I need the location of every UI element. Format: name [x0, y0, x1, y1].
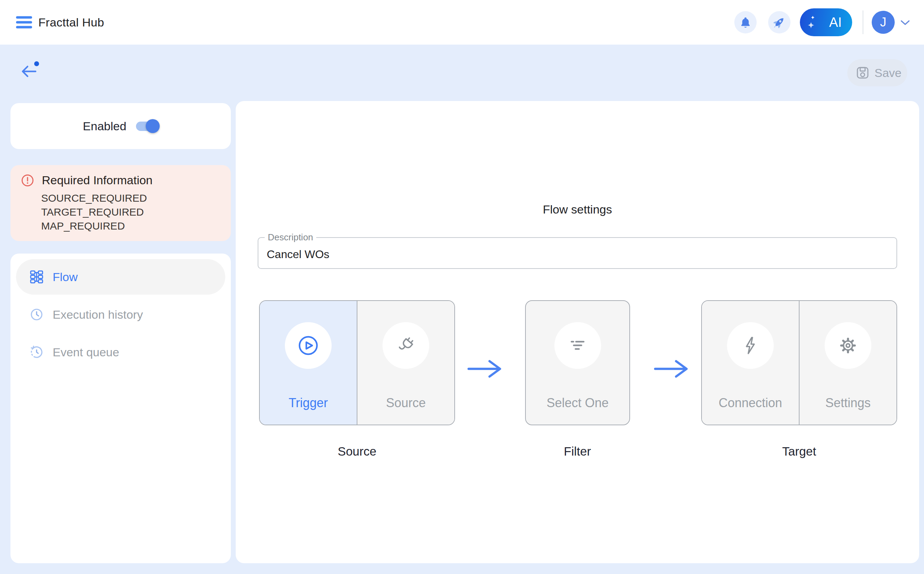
fracttal-hub-page: Fracttal Hub AI [0, 0, 924, 574]
sidebar-item-flow[interactable]: Flow [16, 259, 225, 295]
settings-option-label: Settings [799, 396, 896, 410]
enabled-card: Enabled [11, 103, 231, 149]
ai-button-label: AI [829, 15, 842, 30]
source-option[interactable]: Source [357, 301, 454, 424]
save-button[interactable]: Save [847, 59, 907, 87]
lightning-icon [740, 336, 760, 355]
page-title: Flow settings [236, 203, 919, 216]
sidebar-item-execution-history[interactable]: Execution history [16, 297, 225, 332]
trigger-option[interactable]: Trigger [260, 301, 357, 424]
sparkles-icon [807, 14, 816, 30]
bell-icon [739, 16, 752, 28]
filter-step-card: Select One [525, 300, 630, 425]
sidebar-item-label: Event queue [53, 345, 119, 359]
settings-icon-circle [824, 322, 871, 369]
description-input[interactable] [267, 244, 859, 264]
trigger-option-label: Trigger [260, 396, 357, 410]
avatar-initial: J [880, 15, 886, 30]
chevron-down-icon[interactable] [900, 19, 910, 27]
required-information-panel: Required Information SOURCE_REQUIRED TAR… [11, 165, 231, 241]
sidebar-item-label: Flow [53, 270, 78, 284]
filter-icon [568, 336, 587, 355]
app-title: Fracttal Hub [38, 16, 104, 29]
connection-option-label: Connection [702, 396, 799, 410]
save-button-label: Save [875, 66, 902, 80]
history-icon [30, 345, 44, 359]
gear-icon [837, 335, 858, 356]
required-item: TARGET_REQUIRED [41, 205, 221, 219]
sidebar-item-event-queue[interactable]: Event queue [16, 334, 225, 370]
play-circle-icon [297, 334, 320, 356]
back-button[interactable] [20, 64, 43, 84]
toggle-thumb [146, 119, 160, 133]
sidebar-item-label: Execution history [53, 308, 143, 322]
flow-icon [30, 270, 44, 284]
clock-icon [30, 308, 44, 322]
description-fieldset: Description [258, 232, 897, 269]
required-item: MAP_REQUIRED [41, 219, 221, 233]
enabled-toggle[interactable] [136, 121, 158, 131]
filter-option-label: Select One [526, 396, 630, 410]
flow-arrow-icon [467, 359, 503, 380]
target-step-caption: Target [782, 445, 816, 458]
source-icon-circle [383, 322, 429, 369]
connection-option[interactable]: Connection [702, 301, 799, 424]
arrow-left-icon [20, 64, 37, 79]
flow-settings-card: Flow settings Description Trigger [236, 101, 919, 563]
alert-icon [21, 174, 34, 187]
rocket-icon [773, 16, 786, 29]
flow-arrow-icon [654, 359, 690, 380]
save-icon [856, 66, 870, 80]
source-step-caption: Source [338, 445, 377, 458]
sidebar-menu: Flow Execution history Event queue [11, 254, 231, 563]
menu-bar [16, 21, 32, 24]
unsaved-dot-badge [34, 61, 39, 66]
plug-icon [396, 335, 416, 356]
trigger-icon-circle [285, 322, 332, 369]
connection-icon-circle [727, 322, 774, 369]
source-step-card: Trigger Source [259, 300, 455, 425]
header-divider [862, 11, 863, 34]
filter-step-caption: Filter [564, 445, 591, 458]
launcher-button[interactable] [768, 11, 791, 33]
required-item: SOURCE_REQUIRED [41, 191, 221, 205]
ai-assistant-button[interactable]: AI [800, 8, 852, 36]
menu-bar [16, 16, 32, 19]
description-label: Description [265, 232, 316, 243]
settings-option[interactable]: Settings [799, 301, 896, 424]
target-step-card: Connection [701, 300, 897, 425]
source-option-label: Source [358, 396, 454, 410]
avatar[interactable]: J [872, 11, 895, 34]
notifications-button[interactable] [734, 11, 756, 33]
menu-icon[interactable] [16, 14, 32, 31]
filter-icon-circle [554, 322, 601, 369]
filter-option[interactable]: Select One [526, 301, 630, 424]
app-header: Fracttal Hub AI [0, 0, 924, 44]
required-information-title: Required Information [42, 173, 153, 187]
enabled-label: Enabled [83, 120, 127, 133]
menu-bar [16, 26, 32, 28]
